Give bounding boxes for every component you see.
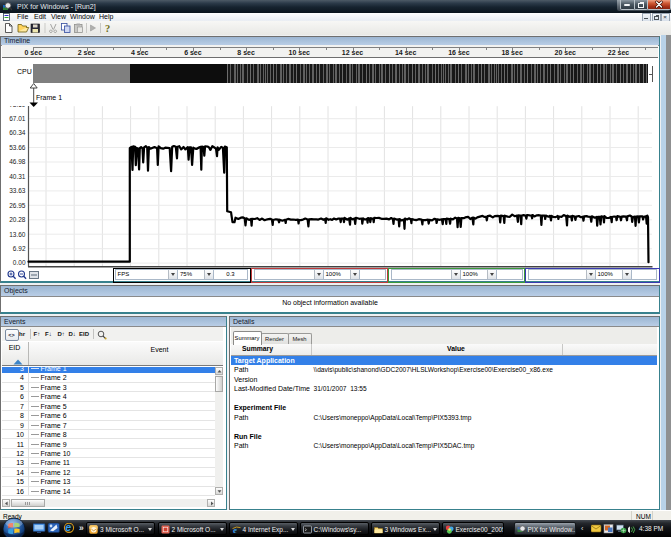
svg-text:e: e [65, 523, 71, 533]
svg-text:e: e [233, 525, 237, 534]
svg-text:?: ? [105, 23, 110, 34]
svg-text:»: » [79, 523, 84, 533]
